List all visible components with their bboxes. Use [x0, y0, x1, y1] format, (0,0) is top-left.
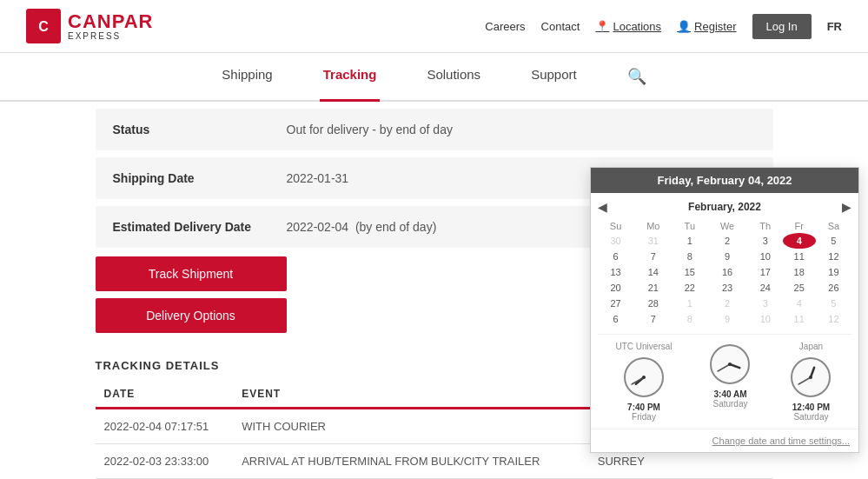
contact-link[interactable]: Contact	[541, 20, 580, 33]
calendar-day[interactable]: 21	[633, 280, 673, 296]
calendar-day[interactable]: 8	[673, 249, 706, 264]
calendar-day[interactable]: 30	[598, 233, 633, 249]
status-row: Status Out for delivery - by end of day	[96, 109, 773, 150]
col-date: Date	[96, 381, 234, 409]
calendar-day[interactable]: 19	[816, 264, 851, 280]
calendar-day[interactable]: 13	[598, 264, 633, 280]
pin-icon: 📍	[595, 20, 609, 33]
search-icon[interactable]: 🔍	[624, 53, 650, 100]
calendar-day[interactable]: 12	[816, 311, 851, 327]
calendar-day[interactable]: 20	[598, 280, 633, 296]
nav-tracking[interactable]: Tracking	[320, 53, 381, 102]
calendar-day[interactable]: 23	[706, 280, 748, 296]
main-nav: Shipping Tracking Solutions Support 🔍	[0, 53, 868, 102]
col-event: Event	[233, 381, 589, 409]
nav-shipping[interactable]: Shipping	[218, 53, 275, 102]
careers-link[interactable]: Careers	[485, 20, 525, 33]
status-value: Out for delivery - by end of day	[287, 123, 453, 136]
change-datetime-link[interactable]: Change date and time settings...	[712, 436, 850, 446]
calendar-day[interactable]: 2	[706, 233, 748, 249]
clock-face	[621, 355, 666, 400]
login-button[interactable]: Log In	[752, 14, 812, 39]
calendar-day[interactable]: 27	[598, 296, 633, 311]
clock-item: UTC Universal7:40 PMFriday	[615, 342, 672, 422]
calendar-day[interactable]: 6	[598, 249, 633, 264]
clock-day: Saturday	[788, 412, 833, 422]
calendar-day[interactable]: 1	[673, 296, 706, 311]
svg-text:C: C	[38, 19, 49, 34]
calendar-day[interactable]: 15	[673, 264, 706, 280]
calendar-weekday: Mo	[633, 219, 673, 233]
calendar-day[interactable]: 22	[673, 280, 706, 296]
calendar-day[interactable]: 5	[816, 296, 851, 311]
calendar-popup: Friday, February 04, 2022 ◀ February, 20…	[590, 167, 859, 453]
estimated-date-label: Estimated Delivery Date	[113, 220, 287, 234]
canpar-logo-icon: C	[26, 9, 61, 43]
calendar-day[interactable]: 5	[816, 233, 851, 249]
calendar-day[interactable]: 10	[748, 249, 783, 264]
clock-label: UTC Universal	[615, 342, 672, 351]
calendar-clocks: UTC Universal7:40 PMFriday3:40 AMSaturda…	[598, 334, 851, 422]
calendar-weekday: We	[706, 219, 748, 233]
calendar-day[interactable]: 12	[816, 249, 851, 264]
calendar-weekday: Sa	[816, 219, 851, 233]
cell-event: WITH COURIER	[233, 409, 589, 444]
svg-point-13	[809, 376, 812, 379]
clock-day: Friday	[615, 412, 672, 422]
nav-solutions[interactable]: Solutions	[423, 53, 484, 102]
calendar-day[interactable]: 24	[748, 280, 783, 296]
calendar-day[interactable]: 7	[633, 311, 673, 327]
register-link[interactable]: 👤 Register	[677, 20, 736, 33]
calendar-day[interactable]: 25	[783, 280, 816, 296]
calendar-day[interactable]: 4	[783, 233, 816, 249]
clock-time: 7:40 PM	[615, 402, 672, 412]
calendar-grid: SuMoTuWeThFrSa30311234567891011121314151…	[598, 219, 851, 327]
calendar-day[interactable]: 6	[598, 311, 633, 327]
calendar-day[interactable]: 4	[783, 296, 816, 311]
calendar-next-button[interactable]: ▶	[842, 200, 851, 214]
calendar-day[interactable]: 9	[706, 311, 748, 327]
svg-point-9	[728, 363, 732, 366]
nav-support[interactable]: Support	[527, 53, 580, 102]
clock-item: 3:40 AMSaturday	[707, 342, 752, 422]
cell-date: 2022-02-04 07:17:51	[96, 409, 234, 444]
calendar-month-nav: ◀ February, 2022 ▶	[598, 200, 851, 214]
calendar-day[interactable]: 3	[748, 233, 783, 249]
calendar-day[interactable]: 18	[783, 264, 816, 280]
locations-link[interactable]: 📍 Locations	[595, 20, 661, 33]
cell-event: ARRIVAL AT HUB/TERMINAL FROM BULK/CITY T…	[233, 444, 589, 479]
header-links: Careers Contact 📍 Locations 👤 Register L…	[485, 14, 842, 39]
calendar-weekday: Fr	[783, 219, 816, 233]
calendar-day[interactable]: 16	[706, 264, 748, 280]
calendar-title: Friday, February 04, 2022	[591, 168, 858, 193]
clock-time: 3:40 AM	[707, 389, 752, 399]
calendar-day[interactable]: 8	[673, 311, 706, 327]
calendar-day[interactable]: 31	[633, 233, 673, 249]
clock-face	[707, 342, 752, 387]
delivery-options-button[interactable]: Delivery Options	[96, 298, 287, 333]
calendar-day[interactable]: 1	[673, 233, 706, 249]
svg-point-5	[642, 376, 646, 379]
calendar-day[interactable]: 3	[748, 296, 783, 311]
calendar-day[interactable]: 11	[783, 311, 816, 327]
clock-item: Japan12:40 PMSaturday	[788, 342, 833, 422]
clock-time: 12:40 PM	[788, 402, 833, 412]
calendar-day[interactable]: 2	[706, 296, 748, 311]
track-shipment-button[interactable]: Track Shipment	[96, 256, 287, 291]
language-fr-link[interactable]: FR	[827, 20, 842, 33]
calendar-day[interactable]: 9	[706, 249, 748, 264]
site-header: C CANPAR EXPRESS Careers Contact 📍 Locat…	[0, 0, 868, 53]
calendar-day[interactable]: 17	[748, 264, 783, 280]
calendar-day[interactable]: 28	[633, 296, 673, 311]
user-icon: 👤	[677, 20, 691, 33]
calendar-prev-button[interactable]: ◀	[598, 200, 607, 214]
calendar-day[interactable]: 11	[783, 249, 816, 264]
shipping-date-label: Shipping Date	[113, 171, 287, 185]
calendar-day[interactable]: 10	[748, 311, 783, 327]
calendar-day[interactable]: 14	[633, 264, 673, 280]
calendar-day[interactable]: 7	[633, 249, 673, 264]
clock-face	[788, 355, 833, 400]
cell-date: 2022-02-03 23:33:00	[96, 444, 234, 479]
calendar-day[interactable]: 26	[816, 280, 851, 296]
clock-label: Japan	[788, 342, 833, 351]
